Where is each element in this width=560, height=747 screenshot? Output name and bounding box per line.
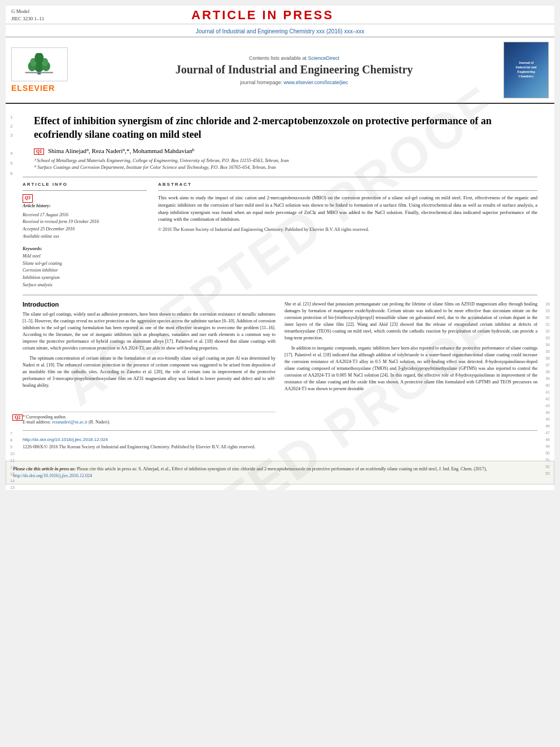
abstract-col: ABSTRACT This work aims to study the imp… [158, 182, 537, 289]
affiliation-a: ᵃ School of Metallurgy and Materials Eng… [34, 157, 537, 164]
intro-body: The silane sol-gel coatings, widely used… [23, 311, 275, 389]
journal-main-title: Journal of Industrial and Engineering Ch… [90, 63, 498, 76]
journal-cover-inner: Journal ofIndustrial andEngineeringChemi… [514, 59, 539, 81]
received-revised-date: Received in revised form 19 October 2016 [23, 219, 147, 226]
journal-name-section: Contents lists available at ScienceDirec… [85, 55, 504, 85]
citation-text: Please cite this article in press as: S.… [77, 466, 487, 471]
abstract-paragraph: This work aims to study the impact of zi… [158, 194, 537, 223]
svg-rect-7 [25, 72, 53, 73]
aip-banner: ARTICLE IN PRESS [44, 8, 481, 23]
journal-cover-image: Journal ofIndustrial andEngineeringChemi… [504, 42, 549, 98]
keyword-4: Inhibition synergism [23, 274, 147, 282]
affiliation-b: ᵇ Surface Coatings and Corrosion Departm… [34, 164, 537, 171]
elsevier-logo: ELSEVIER [11, 47, 85, 93]
right-para-2: In addition to inorganic compounds, orga… [285, 345, 537, 392]
body-left-line-numbers: 789 101112 131415 161718 192021 222324 2… [10, 431, 15, 490]
journal-link[interactable]: Journal of Industrial and Engineering Ch… [196, 28, 364, 34]
keyword-5: Surface analysis [23, 282, 147, 289]
corresponding-label: * Corresponding author. [23, 414, 275, 420]
right-para-1: She et al. [21] showed that potassium pe… [285, 301, 537, 342]
left-line-numbers: 1 2 3 4 5 6 [10, 104, 12, 176]
article-info-header: ARTICLE INFO [23, 182, 147, 187]
body-left-col: Introduction The silane sol-gel coatings… [23, 301, 275, 425]
right-line-numbers: 282930 313233 343536 373839 404142 43444… [545, 301, 550, 475]
abstract-header: ABSTRACT [158, 182, 537, 187]
jiec-ref: JIEC 3230 1–11 [11, 15, 44, 23]
main-content: ACCEPTED PROOF ACCEPTED PROOF 1 2 3 4 5 … [6, 104, 554, 455]
intro-para-1: The silane sol-gel coatings, widely used… [23, 311, 275, 352]
footnote-area: Q2 * Corresponding author. E-mail addres… [23, 412, 275, 425]
q2-badge: Q2 [12, 414, 23, 421]
contents-available: Contents lists available at ScienceDirec… [90, 55, 498, 61]
issn-line: 1226-086X/© 2016 The Korean Society of I… [23, 444, 537, 449]
q1-badge: Q1 [34, 148, 44, 155]
authors-text: Shima Alinejadᵃ, Reza Naderiᵃ,*, Mohamma… [48, 147, 195, 154]
article-info-col: ARTICLE INFO Q3 Article history: Receive… [23, 182, 147, 289]
article-title: Effect of inhibition synergism of zinc c… [23, 114, 537, 142]
cite-label: Please cite this article in press as: [13, 466, 77, 471]
history-label: Article history: [23, 203, 147, 210]
q3-badge: Q3 [23, 194, 33, 203]
body-section: Introduction The silane sol-gel coatings… [23, 301, 537, 425]
intro-title: Introduction [23, 301, 275, 308]
email-line: E-mail address: rezanaderi@ut.ac.ir (R. … [23, 420, 275, 425]
keyword-3: Corrosion inhibitor [23, 267, 147, 274]
intro-para-2: The optimum concentration of cerium nitr… [23, 355, 275, 389]
g-model-label: G Model [11, 8, 44, 15]
body-right-col: 282930 313233 343536 373839 404142 43444… [285, 301, 537, 425]
page: G Model JIEC 3230 1–11 ARTICLE IN PRESS … [6, 6, 554, 490]
keywords-list: Mild steel Silane sol-gel coating Corros… [23, 253, 147, 289]
citation-doi-link[interactable]: http://dx.doi.org/10.1016/j.jiec.2016.12… [13, 473, 92, 478]
right-body-text: She et al. [21] showed that potassium pe… [285, 301, 537, 392]
top-bar: G Model JIEC 3230 1–11 ARTICLE IN PRESS [6, 6, 554, 24]
accepted-date: Accepted 25 December 2016 [23, 226, 147, 233]
article-history: Q3 Article history: Received 17 August 2… [23, 194, 147, 241]
received-date: Received 17 August 2016 [23, 212, 147, 219]
email-link[interactable]: rezanaderi@ut.ac.ir [52, 420, 88, 425]
keyword-1: Mild steel [23, 253, 147, 260]
keyword-2: Silane sol-gel coating [23, 260, 147, 268]
homepage-link[interactable]: www.elsevier.com/locate/jiec [284, 80, 348, 85]
section-divider-2 [23, 295, 537, 295]
keywords-section: Keywords: Mild steel Silane sol-gel coat… [23, 246, 147, 289]
homepage-line: journal homepage: www.elsevier.com/locat… [90, 80, 498, 85]
abstract-text: This work aims to study the impact of zi… [158, 194, 537, 233]
elsevier-wordmark: ELSEVIER [11, 84, 85, 93]
elsevier-tree-icon [23, 53, 56, 76]
citation-box: Please cite this article in press as: Pl… [6, 461, 554, 484]
journal-header: ELSEVIER Contents lists available at Sci… [6, 37, 554, 104]
keywords-title: Keywords: [23, 246, 147, 251]
doi-footer: http://dx.doi.org/10.1016/j.jiec.2016.12… [23, 430, 537, 449]
affiliations: ᵃ School of Metallurgy and Materials Eng… [23, 157, 537, 172]
abstract-copyright: © 2016 The Korean Society of Industrial … [158, 226, 537, 233]
sciencedirect-link[interactable]: ScienceDirect [308, 55, 340, 61]
elsevier-logo-box [11, 47, 68, 81]
available-online: Available online xxx [23, 233, 147, 241]
doi-link[interactable]: http://dx.doi.org/10.1016/j.jiec.2016.12… [23, 437, 108, 442]
article-info-abstract-section: ARTICLE INFO Q3 Article history: Receive… [23, 182, 537, 289]
section-divider-1 [23, 177, 537, 177]
g-model-info: G Model JIEC 3230 1–11 [11, 8, 44, 22]
aip-text: ARTICLE IN PRESS [44, 8, 481, 23]
authors: Q1 Shima Alinejadᵃ, Reza Naderiᵃ,*, Moha… [23, 147, 537, 155]
journal-title-bar: Journal of Industrial and Engineering Ch… [6, 24, 554, 37]
